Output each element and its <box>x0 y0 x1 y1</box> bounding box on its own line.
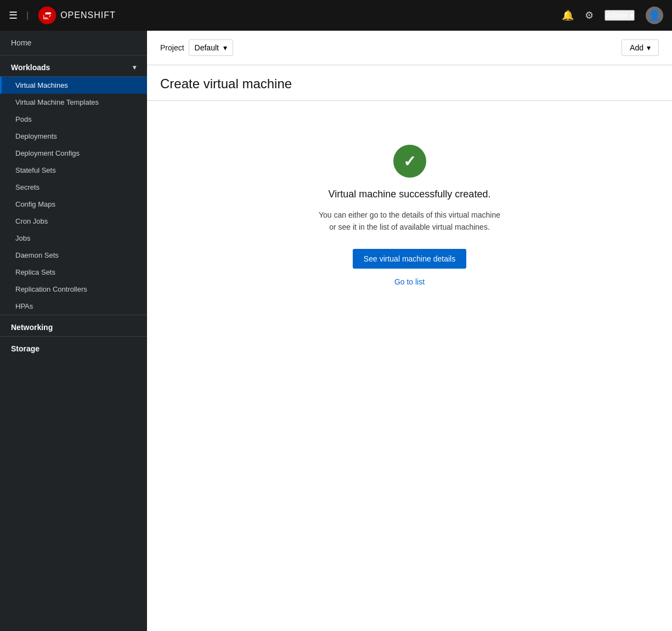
sidebar-item-cron-jobs[interactable]: Cron Jobs <box>0 213 147 230</box>
admin-label: Admin <box>606 11 628 20</box>
brand-logo-container: OPENSHIFT <box>37 5 116 25</box>
sidebar-item-jobs[interactable]: Jobs <box>0 230 147 247</box>
success-description: You can either go to the details of this… <box>319 209 500 234</box>
hamburger-icon[interactable]: ☰ <box>9 9 18 21</box>
user-icon: 👤 <box>648 9 660 21</box>
top-navbar: ☰ | OPENSHIFT 🔔 ⚙ Admin ▾ 👤 <box>0 0 672 31</box>
success-title: Virtual machine successfully created. <box>329 189 491 200</box>
success-icon-wrapper: ✓ <box>393 145 426 178</box>
project-label: Project <box>160 43 184 52</box>
sidebar-item-stateful-sets[interactable]: Stateful Sets <box>0 162 147 179</box>
project-selector-group: Project Default ▾ <box>160 39 233 56</box>
sidebar-item-replica-sets[interactable]: Replica Sets <box>0 264 147 281</box>
success-desc-line2: or see it in the list of available virtu… <box>329 223 490 231</box>
see-details-button[interactable]: See virtual machine details <box>353 249 466 269</box>
project-dropdown-chevron-icon: ▾ <box>223 43 227 52</box>
notifications-icon[interactable]: 🔔 <box>562 9 574 21</box>
success-desc-line1: You can either go to the details of this… <box>319 211 500 219</box>
admin-menu-button[interactable]: Admin ▾ <box>605 10 635 21</box>
sidebar-section-workloads[interactable]: Workloads ▾ <box>0 55 147 77</box>
user-avatar[interactable]: 👤 <box>646 7 663 24</box>
go-to-list-link[interactable]: Go to list <box>394 277 425 286</box>
page-title-bar: Create virtual machine <box>147 65 672 101</box>
sidebar-item-daemon-sets[interactable]: Daemon Sets <box>0 247 147 264</box>
sidebar-item-virtual-machines[interactable]: Virtual Machines <box>0 77 147 94</box>
add-button-chevron-icon: ▾ <box>647 43 651 52</box>
main-content: Project Default ▾ Add ▾ Create virtual m… <box>147 31 672 631</box>
redhat-logo-icon <box>37 5 57 25</box>
success-check-icon: ✓ <box>393 145 426 178</box>
svg-point-0 <box>38 7 56 24</box>
sidebar-section-networking[interactable]: Networking <box>0 315 147 336</box>
sidebar-item-home[interactable]: Home <box>0 31 147 55</box>
sidebar-item-secrets[interactable]: Secrets <box>0 179 147 196</box>
sidebar-item-deployments[interactable]: Deployments <box>0 128 147 145</box>
checkmark-symbol: ✓ <box>403 152 416 170</box>
success-container: ✓ Virtual machine successfully created. … <box>147 101 672 308</box>
settings-icon[interactable]: ⚙ <box>585 9 594 21</box>
sidebar: Home Workloads ▾ Virtual Machines Virtua… <box>0 31 147 631</box>
admin-chevron-icon: ▾ <box>630 11 634 20</box>
workloads-expand-icon: ▾ <box>133 64 136 71</box>
sidebar-item-virtual-machine-templates[interactable]: Virtual Machine Templates <box>0 94 147 111</box>
sidebar-item-pods[interactable]: Pods <box>0 111 147 128</box>
add-button-label: Add <box>630 43 643 52</box>
project-bar: Project Default ▾ Add ▾ <box>147 31 672 65</box>
sidebar-item-config-maps[interactable]: Config Maps <box>0 196 147 213</box>
sidebar-item-hpas[interactable]: HPAs <box>0 298 147 315</box>
project-dropdown[interactable]: Default ▾ <box>189 39 233 56</box>
sidebar-section-storage[interactable]: Storage <box>0 336 147 357</box>
brand-name: OPENSHIFT <box>60 10 116 20</box>
page-title: Create virtual machine <box>160 76 659 92</box>
add-button[interactable]: Add ▾ <box>622 39 659 56</box>
sidebar-item-deployment-configs[interactable]: Deployment Configs <box>0 145 147 162</box>
sidebar-item-replication-controllers[interactable]: Replication Controllers <box>0 281 147 298</box>
navbar-divider: | <box>26 10 29 20</box>
project-selected-value: Default <box>195 43 219 52</box>
